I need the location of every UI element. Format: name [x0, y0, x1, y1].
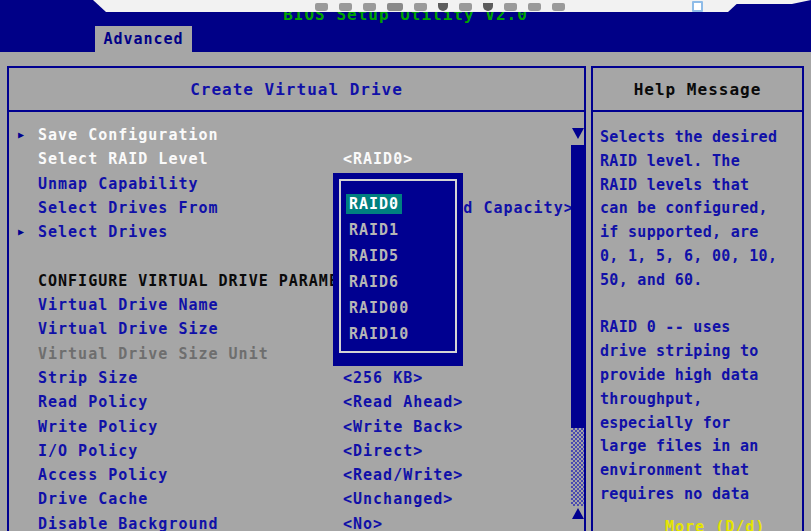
help-line: RAID level. The [600, 152, 799, 176]
popup-option-label: RAID00 [346, 298, 412, 318]
panel-help-title: Help Message [593, 68, 802, 112]
console-toolbar [93, 0, 741, 12]
popup-option-label: RAID0 [346, 194, 402, 214]
help-line: if supported, are [600, 223, 799, 247]
option-label: Write Policy [38, 418, 158, 436]
panel-main-title: Create Virtual Drive [9, 68, 584, 112]
tab-advanced-label: Advanced [103, 30, 183, 48]
option-row[interactable]: Virtual Drive Size [9, 318, 584, 342]
option-label: Unmap Capability [38, 175, 199, 193]
option-row[interactable]: Strip Size<256 KB> [9, 367, 584, 391]
help-text: Selects the desiredRAID level. TheRAID l… [600, 128, 799, 509]
help-line: throughput, [600, 390, 799, 414]
help-line: especially for [600, 414, 799, 438]
option-row[interactable]: Read Policy<Read Ahead> [9, 391, 584, 415]
popup-option[interactable]: RAID0 [341, 194, 455, 220]
option-value: <RAID0> [343, 150, 413, 168]
option-row[interactable]: CONFIGURE VIRTUAL DRIVE PARAMETERS: [9, 270, 584, 294]
panel-main-title-label: Create Virtual Drive [190, 80, 403, 99]
chevron-right-icon: ▶ [18, 129, 24, 140]
option-value: <No> [343, 515, 383, 531]
panel-help-title-label: Help Message [634, 80, 762, 99]
option-list: ▶Save ConfigurationSelect RAID Level<RAI… [9, 124, 584, 531]
monitor-icon[interactable] [339, 3, 352, 11]
scrollbar-thumb[interactable] [571, 145, 584, 428]
help-line [600, 295, 799, 319]
raid-level-popup: RAID0RAID1RAID5RAID6RAID00RAID10 [333, 173, 463, 366]
popup-option-label: RAID5 [346, 246, 402, 266]
power-icon[interactable] [438, 3, 448, 11]
option-row[interactable]: Write Policy<Write Back> [9, 416, 584, 440]
option-label: Access Policy [38, 466, 168, 484]
option-label: Virtual Drive Name [38, 296, 219, 314]
save-icon[interactable] [315, 3, 328, 11]
popup-option-label: RAID1 [346, 220, 402, 240]
option-row[interactable]: I/O Policy<Direct> [9, 440, 584, 464]
option-value: <Read Ahead> [343, 393, 463, 411]
checkbox-icon[interactable] [692, 1, 703, 12]
option-label: Save Configuration [38, 126, 219, 144]
option-label: Drive Cache [38, 490, 148, 508]
option-value: <Unchanged> [343, 490, 453, 508]
option-value: <Write Back> [343, 418, 463, 436]
option-value: <Direct> [343, 442, 423, 460]
scroll-down-icon[interactable] [572, 128, 584, 139]
option-row[interactable]: ▶Select Drives [9, 221, 584, 245]
option-label: Strip Size [38, 369, 138, 387]
option-row [9, 245, 584, 269]
help-line: Selects the desired [600, 128, 799, 152]
option-label: Select Drives [38, 223, 168, 241]
popup-option[interactable]: RAID5 [341, 246, 455, 272]
option-label: Disable Background [38, 515, 219, 531]
chevron-right-icon: ▶ [18, 226, 24, 237]
grid-icon[interactable] [414, 3, 427, 11]
help-line: requires no data [600, 485, 799, 509]
scrollbar-track[interactable] [571, 428, 584, 506]
popup-option[interactable]: RAID10 [341, 324, 455, 350]
option-row[interactable]: Drive Cache<Unchanged> [9, 488, 584, 512]
popup-option[interactable]: RAID6 [341, 272, 455, 298]
option-label: I/O Policy [38, 442, 138, 460]
eject-icon[interactable] [483, 3, 493, 11]
help-line: drive striping to [600, 342, 799, 366]
help-line: 0, 1, 5, 6, 00, 10, [600, 247, 799, 271]
option-value: <256 KB> [343, 369, 423, 387]
option-row[interactable]: Virtual Drive Size Unit [9, 343, 584, 367]
popup-option[interactable]: RAID1 [341, 220, 455, 246]
help-line: provide high data [600, 366, 799, 390]
option-row[interactable]: Select Drives From<Unconfigured Capacity… [9, 197, 584, 221]
option-row[interactable]: Access Policy<Read/Write> [9, 464, 584, 488]
option-row[interactable]: Unmap Capability [9, 173, 584, 197]
option-label: Select RAID Level [38, 150, 209, 168]
settings-icon[interactable] [528, 3, 541, 11]
window-icon[interactable] [363, 3, 376, 11]
refresh-icon[interactable] [504, 3, 517, 11]
popup-option-label: RAID6 [346, 272, 402, 292]
help-line: RAID 0 -- uses [600, 318, 799, 342]
option-value: <Read/Write> [343, 466, 463, 484]
chat-icon[interactable] [552, 3, 565, 11]
popup-option[interactable]: RAID00 [341, 298, 455, 324]
option-row[interactable]: Disable Background<No> [9, 513, 584, 531]
option-row[interactable]: Virtual Drive Name [9, 294, 584, 318]
bios-setup-screen: BIOS Setup Utility V2.0 Advanced Create … [0, 0, 811, 531]
help-line: can be configured, [600, 199, 799, 223]
option-row[interactable]: ▶Save Configuration [9, 124, 584, 148]
option-label: Select Drives From [38, 199, 219, 217]
create-virtual-drive-panel: Create Virtual Drive ▶Save Configuration… [7, 66, 586, 531]
option-row[interactable]: Select RAID Level<RAID0> [9, 148, 584, 172]
more-indicator: More (D/d) [665, 518, 765, 531]
help-message-panel: Help Message Selects the desiredRAID lev… [591, 66, 804, 531]
help-line: 50, and 60. [600, 271, 799, 295]
help-line: large files in an [600, 437, 799, 461]
keyboard-icon[interactable] [387, 3, 403, 11]
raid-level-popup-border: RAID0RAID1RAID5RAID6RAID00RAID10 [339, 179, 457, 353]
help-line: RAID levels that [600, 176, 799, 200]
tab-advanced[interactable]: Advanced [95, 26, 192, 52]
help-line: environment that [600, 461, 799, 485]
option-label: Read Policy [38, 393, 148, 411]
option-label: Virtual Drive Size Unit [38, 345, 269, 363]
scroll-up-icon[interactable] [572, 508, 584, 519]
media-icon[interactable] [459, 3, 472, 11]
option-label: Virtual Drive Size [38, 320, 219, 338]
